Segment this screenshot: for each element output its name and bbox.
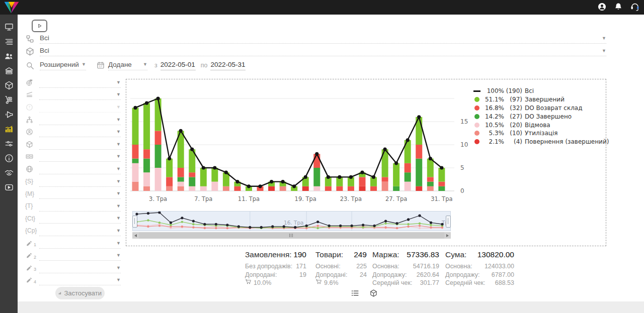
sidebar-item-orders[interactable]: [0, 34, 18, 49]
profile-icon[interactable]: [597, 2, 607, 12]
filter-select-5[interactable]: ▼: [39, 127, 121, 137]
scrollbar-thumb[interactable]: [139, 232, 444, 239]
chevron-down-icon: ▼: [116, 80, 121, 85]
stats-column-2: Товари:249Основні:225Допродані:249.6%: [315, 250, 367, 287]
stats-row: Основні:225: [315, 262, 367, 271]
filter-select-2[interactable]: ▼: [39, 89, 121, 100]
chevron-down-icon: ▼: [116, 203, 121, 208]
stats-title: Товари:249: [315, 250, 367, 259]
chevron-down-icon: ▼: [116, 228, 121, 233]
legend-item-6[interactable]: 5.3% (10) Утилізація: [473, 129, 609, 138]
globe-flag-icon: [25, 78, 34, 87]
cart-icon: [245, 279, 252, 287]
filter-select-17[interactable]: ▼: [39, 275, 121, 285]
support-icon[interactable]: [630, 2, 640, 12]
filter-select-6[interactable]: ▼: [39, 139, 121, 150]
sidebar-item-automation[interactable]: [0, 136, 18, 151]
navigator-right-handle[interactable]: [446, 216, 451, 228]
legend-item-7[interactable]: 2.1% (4) Повернення (завершений): [473, 138, 609, 146]
tag-cp-icon: {Cp}: [25, 227, 37, 234]
orders-chart: 0510153. Тра7. Тра11. Тра19. Тра23. Тра2…: [128, 81, 475, 209]
legend-pct: 14.2%: [483, 113, 504, 120]
app-logo[interactable]: [3, 1, 20, 16]
legend-item-5[interactable]: 10.5% (20) Відмова: [473, 121, 609, 129]
source-select[interactable]: Всі ▼: [40, 34, 606, 44]
legend-item-1[interactable]: 100% (190) Всі: [473, 87, 609, 95]
products-view-icon[interactable]: [369, 289, 378, 299]
filter-select-13[interactable]: ▼: [39, 226, 121, 236]
filter-select-8[interactable]: ▼: [39, 164, 121, 174]
chart-scrollbar[interactable]: [132, 232, 451, 239]
dashboard-icon: [4, 22, 14, 32]
tag-m-icon: {M}: [25, 190, 34, 197]
legend-label: DO Завершено: [525, 113, 572, 120]
filter-select-14[interactable]: ▼: [39, 238, 121, 249]
chevron-down-icon: ▼: [116, 105, 121, 110]
product-select-value: Всі: [40, 47, 49, 54]
legend-item-3[interactable]: 16.8% (32) DO Возврат склад: [473, 104, 609, 113]
filter-select-3[interactable]: ▼: [39, 102, 121, 113]
sidebar-item-analytics[interactable]: [0, 122, 18, 136]
chevron-down-icon: ▼: [602, 48, 606, 53]
orders-icon: [4, 37, 14, 47]
svg-text:16. Тра: 16. Тра: [284, 220, 304, 226]
filter-select-row-10: {M} ▼: [25, 187, 121, 200]
notifications-icon[interactable]: [614, 2, 623, 12]
sidebar-item-marketing[interactable]: [0, 107, 18, 122]
chart-navigator[interactable]: 16. ТраТра: [132, 211, 451, 231]
legend-item-4[interactable]: 14.2% (27) DO Завершено: [473, 112, 609, 121]
legend-count: (190): [504, 87, 522, 94]
sidebar-item-clients[interactable]: [0, 49, 18, 63]
calendar-icon: 17: [96, 61, 105, 70]
stacked-bar-line-chart[interactable]: 0510153. Тра7. Тра11. Тра19. Тра23. Тра2…: [128, 81, 475, 207]
sidebar-item-supply[interactable]: [0, 92, 18, 107]
sidebar-item-partners[interactable]: [0, 165, 18, 180]
product-select[interactable]: Всі ▼: [40, 47, 606, 56]
filter-select-7[interactable]: ▼: [39, 151, 121, 162]
navigator-left-handle[interactable]: [132, 216, 137, 228]
date-to-input[interactable]: 2022-05-31: [210, 61, 246, 70]
sidebar-item-video[interactable]: [0, 180, 18, 194]
legend-marker-icon: [473, 114, 480, 119]
sidebar-item-products[interactable]: [0, 78, 18, 92]
svg-text:19. Тра: 19. Тра: [295, 195, 316, 202]
legend-pct: 51.1%: [483, 96, 504, 103]
filter-select-15[interactable]: ▼: [39, 250, 121, 261]
date-from-input[interactable]: 2022-05-01: [160, 61, 196, 70]
video-tutorial-button[interactable]: [32, 20, 47, 32]
apply-button-label: Застосувати: [64, 289, 102, 297]
legend-item-2[interactable]: 51.1% (97) Завершений: [473, 95, 609, 104]
chevron-down-icon: ▼: [116, 277, 121, 282]
sidebar-item-market[interactable]: [0, 63, 18, 78]
filter-select-row-9: {S} ▼: [25, 175, 121, 188]
filter-select-11[interactable]: ▼: [39, 201, 121, 212]
scrollbar-right-arrow-icon[interactable]: [444, 232, 451, 239]
stats-row: Допродажу:6787.00: [445, 271, 514, 279]
date-from-value: 2022-05-01: [160, 61, 195, 68]
filter-select-4[interactable]: ▼: [39, 115, 121, 125]
stats-row: Допродані:24: [315, 271, 367, 279]
list-view-icon[interactable]: [351, 289, 359, 299]
date-field-select[interactable]: Додане ▼: [108, 61, 147, 70]
stats-column-1: Замовлення:190Без допродажів:171Допродан…: [245, 250, 306, 287]
globe-icon: [25, 165, 34, 173]
filter-select-16[interactable]: ▼: [39, 263, 121, 273]
date-to-label: по: [201, 62, 208, 69]
search-mode-select[interactable]: Розширений ▼: [40, 61, 86, 70]
legend-pct: 10.5%: [483, 122, 504, 129]
legend-count: (97): [504, 96, 522, 103]
sidebar-item-dashboard[interactable]: [0, 20, 18, 34]
scrollbar-left-arrow-icon[interactable]: [132, 232, 139, 239]
filter-select-row-13: {Cp} ▼: [25, 225, 121, 237]
sidebar-item-info[interactable]: [0, 151, 18, 165]
product-box-icon: [25, 47, 35, 56]
filter-select-row-17: 4 ▼: [25, 274, 121, 287]
filter-select-10[interactable]: ▼: [39, 188, 121, 199]
filter-select-12[interactable]: ▼: [39, 213, 121, 224]
filter-select-1[interactable]: ▼: [39, 77, 121, 88]
svg-text:27. Тра: 27. Тра: [385, 195, 407, 202]
apply-button[interactable]: Застосувати: [55, 287, 105, 299]
filter-select-9[interactable]: ▼: [39, 176, 121, 187]
marketing-icon: [4, 110, 14, 120]
chevron-down-icon: ▼: [116, 253, 121, 258]
